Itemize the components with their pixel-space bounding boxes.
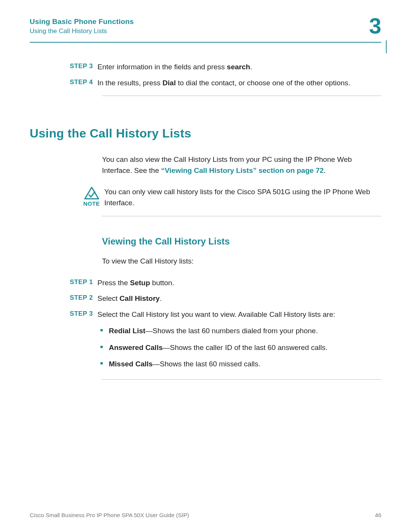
text: .: [160, 294, 162, 302]
step-label: STEP 3: [30, 309, 97, 319]
page-footer: Cisco Small Business Pro IP Phone SPA 50…: [30, 512, 381, 518]
step-label: STEP 4: [30, 78, 97, 87]
page-number: 46: [375, 512, 381, 518]
bold: search: [227, 63, 250, 71]
step-text: Press the Setup button.: [97, 278, 381, 288]
step-text: Select Call History.: [97, 293, 381, 304]
header-rule: [30, 42, 381, 43]
separator: [102, 379, 381, 380]
text: to dial the contact, or choose one of th…: [176, 79, 350, 87]
step-row: STEP 4 In the results, press Dial to dia…: [30, 78, 381, 88]
chapter-tab: [386, 40, 387, 53]
text: —Shows the caller ID of the last 60 answ…: [163, 343, 328, 351]
step-row: STEP 3 Select the Call History list you …: [30, 309, 381, 375]
chapter-subtitle: Using the Call History Lists: [30, 27, 381, 35]
text: —Shows the last 60 numbers dialed from y…: [145, 327, 318, 335]
page-content: STEP 3 Enter information in the fields a…: [30, 49, 381, 380]
list-item: Redial List—Shows the last 60 numbers di…: [97, 326, 381, 336]
text: Select the Call History list you want to…: [97, 310, 335, 318]
step-row: STEP 1 Press the Setup button.: [30, 278, 381, 288]
page-header: Using Basic Phone Functions Using the Ca…: [30, 18, 381, 49]
list-item: Missed Calls—Shows the last 60 missed ca…: [97, 359, 381, 369]
note-check-icon: [84, 187, 99, 200]
subsection-heading: Viewing the Call History Lists: [102, 236, 381, 247]
text: Select: [97, 294, 119, 302]
bold: Answered Calls: [109, 343, 163, 351]
list-item: Answered Calls—Shows the caller ID of th…: [97, 342, 381, 353]
text: Enter information in the fields and pres…: [97, 63, 227, 71]
separator: [102, 96, 381, 96]
note-label: NOTE: [81, 200, 102, 207]
bold: Redial List: [109, 327, 145, 335]
svg-marker-0: [85, 187, 99, 199]
step-label: STEP 3: [30, 62, 97, 71]
paragraph: You can also view the Call History Lists…: [102, 154, 381, 176]
text: .: [324, 166, 326, 174]
note-block: NOTE You can only view call history list…: [30, 187, 381, 208]
text: .: [250, 63, 252, 71]
cross-reference-link[interactable]: “Viewing Call History Lists” section on …: [161, 166, 323, 174]
text: button.: [150, 279, 174, 287]
note-icon-cell: NOTE: [81, 187, 102, 207]
step-row: STEP 3 Enter information in the fields a…: [30, 62, 381, 72]
bold: Call History: [119, 294, 160, 302]
page: Using Basic Phone Functions Using the Ca…: [0, 0, 411, 532]
bold: Missed Calls: [109, 360, 153, 368]
footer-title: Cisco Small Business Pro IP Phone SPA 50…: [30, 512, 189, 518]
paragraph: To view the Call History lists:: [102, 256, 381, 267]
text: In the results, press: [97, 79, 162, 87]
bullet-list: Redial List—Shows the last 60 numbers di…: [97, 326, 381, 369]
section-heading: Using the Call History Lists: [30, 126, 381, 141]
bold: Setup: [130, 279, 150, 287]
separator: [102, 216, 381, 216]
text: —Shows the last 60 missed calls.: [153, 360, 260, 368]
step-row: STEP 2 Select Call History.: [30, 293, 381, 304]
step-text: Select the Call History list you want to…: [97, 309, 381, 375]
step-text: Enter information in the fields and pres…: [97, 62, 381, 72]
bold: Dial: [162, 79, 176, 87]
chapter-title: Using Basic Phone Functions: [30, 18, 381, 26]
chapter-number: 3: [369, 13, 381, 38]
step-label: STEP 1: [30, 278, 97, 287]
text: Press the: [97, 279, 130, 287]
step-label: STEP 2: [30, 293, 97, 303]
step-text: In the results, press Dial to dial the c…: [97, 78, 381, 88]
note-text: You can only view call history lists for…: [102, 187, 381, 208]
